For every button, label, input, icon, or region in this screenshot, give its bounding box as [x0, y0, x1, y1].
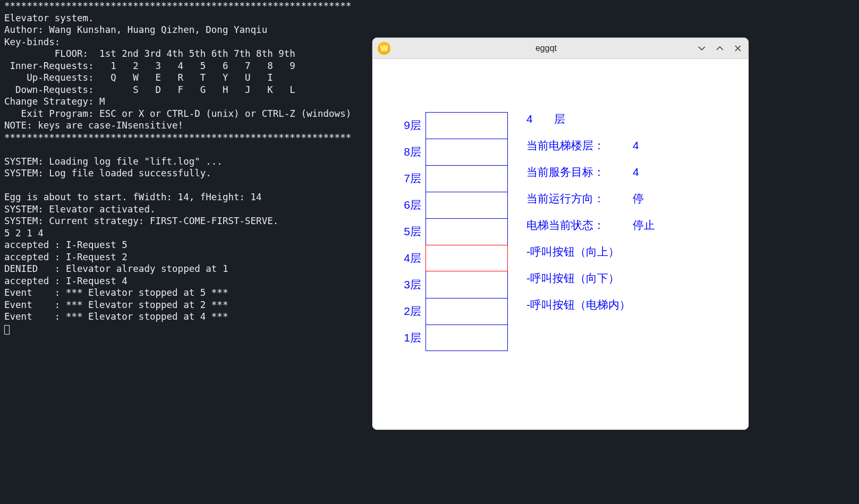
status-label: 当前运行方向：: [526, 191, 633, 206]
status-target: 当前服务目标： 4: [526, 165, 665, 179]
terminal-cursor: [4, 325, 10, 335]
status-value: 4: [633, 139, 665, 152]
status-current-floor: 当前电梯楼层： 4: [526, 139, 665, 152]
floor-cell-4-current[interactable]: [426, 245, 508, 271]
floor-cell-9[interactable]: [426, 112, 508, 139]
button-legend: -呼叫按钮（电梯内）: [526, 297, 633, 312]
status-label: 当前服务目标：: [526, 165, 633, 180]
elevator-shaft: 9层 8层 7层 6层 5层 4层: [399, 112, 508, 351]
call-button-inner-label: -呼叫按钮（电梯内）: [526, 298, 665, 312]
floor-cell-8[interactable]: [426, 139, 508, 165]
status-value: 停止: [633, 218, 665, 233]
terminal-log-1: SYSTEM: Loading log file "lift.log" ...: [4, 156, 223, 167]
close-icon: [734, 44, 742, 53]
floor-cell-6[interactable]: [426, 192, 508, 218]
floor-row-8: 8层: [399, 139, 508, 165]
call-button-up-label: -呼叫按钮（向上）: [526, 245, 665, 259]
status-state: 电梯当前状态： 停止: [526, 218, 665, 232]
display-floor-unit: 层: [554, 112, 586, 126]
terminal-floor-header: FLOOR: 1st 2nd 3rd 4th 5th 6th 7th 8th 9…: [4, 48, 295, 59]
terminal-log-7: 5 2 1 4: [4, 228, 44, 238]
terminal-exit: Exit Program: ESC or X or CTRL-D (unix) …: [4, 108, 351, 119]
status-label: 当前电梯楼层：: [526, 138, 633, 153]
floor-label: 2层: [399, 304, 426, 319]
floor-row-7: 7层: [399, 165, 508, 192]
button-legend: -呼叫按钮（向下）: [526, 271, 633, 286]
terminal-log-14: Event : *** Elevator stopped at 4 ***: [4, 311, 228, 322]
status-value: 停: [633, 191, 665, 206]
floor-row-3: 3层: [399, 271, 508, 298]
floor-cell-5[interactable]: [426, 218, 508, 245]
terminal-log-4: Egg is about to start. fWidth: 14, fHeig…: [4, 192, 262, 202]
floor-label: 8层: [399, 144, 426, 159]
status-value: 4: [633, 166, 665, 178]
terminal-down-requests: Down-Requests: S D F G H J K L: [4, 84, 295, 95]
terminal-keybinds-label: Key-binds:: [4, 37, 60, 47]
terminal-log-12: Event : *** Elevator stopped at 5 ***: [4, 287, 228, 298]
window-titlebar[interactable]: W eggqt: [372, 38, 749, 59]
close-button[interactable]: [733, 43, 743, 54]
chevron-up-icon: [716, 44, 724, 53]
floor-label: 1层: [399, 330, 426, 345]
terminal-output[interactable]: ****************************************…: [0, 0, 372, 335]
floor-cell-1[interactable]: [426, 324, 508, 351]
status-label: 电梯当前状态：: [526, 218, 633, 233]
terminal-separator-top: ****************************************…: [4, 1, 351, 11]
minimize-button[interactable]: [696, 43, 707, 54]
button-legend: -呼叫按钮（向上）: [526, 244, 633, 259]
floor-cell-2[interactable]: [426, 298, 508, 324]
terminal-log-13: Event : *** Elevator stopped at 2 ***: [4, 300, 228, 310]
floor-cell-7[interactable]: [426, 165, 508, 192]
terminal-log-8: accepted : I-Request 5: [4, 240, 127, 250]
terminal-log-6: SYSTEM: Current strategy: FIRST-COME-FIR…: [4, 216, 278, 226]
display-floor-number: 4: [526, 113, 533, 125]
terminal-author: Author: Wang Kunshan, Huang Qizhen, Dong…: [4, 24, 267, 35]
floor-row-6: 6层: [399, 192, 508, 218]
floor-cell-3[interactable]: [426, 271, 508, 298]
terminal-log-2: SYSTEM: Log file loaded successfully.: [4, 168, 211, 178]
floor-row-2: 2层: [399, 298, 508, 324]
chevron-down-icon: [698, 44, 706, 53]
window-title: eggqt: [396, 44, 696, 53]
terminal-log-11: accepted : I-Request 4: [4, 276, 127, 286]
terminal-separator-bottom: ****************************************…: [4, 132, 351, 143]
floor-label: 6层: [399, 198, 426, 212]
terminal-log-5: SYSTEM: Elevator activated.: [4, 204, 155, 215]
terminal-log-10: DENIED : Elevator already stopped at 1: [4, 263, 228, 274]
maximize-button[interactable]: [715, 43, 725, 54]
status-panel: 4 层 当前电梯楼层： 4 当前服务目标： 4 当前运行方向： 停 电梯当前状态…: [526, 112, 665, 324]
terminal-log-9: accepted : I-Request 2: [4, 252, 127, 262]
floor-label: 5层: [399, 224, 426, 239]
floor-label: 9层: [399, 118, 426, 133]
terminal-note: NOTE: keys are case-INsensitive!: [4, 120, 183, 131]
terminal-inner-requests: Inner-Requests: 1 2 3 4 5 6 7 8 9: [4, 61, 295, 71]
floor-row-1: 1层: [399, 324, 508, 351]
status-direction: 当前运行方向： 停: [526, 192, 665, 206]
terminal-title: Elevator system.: [4, 13, 94, 23]
floor-row-5: 5层: [399, 218, 508, 245]
eggqt-window: W eggqt 9层 8层 7层: [372, 37, 749, 430]
gui-canvas: 9层 8层 7层 6层 5层 4层: [372, 59, 749, 430]
app-icon: W: [378, 42, 390, 55]
terminal-up-requests: Up-Requests: Q W E R T Y U I: [4, 72, 273, 83]
call-button-down-label: -呼叫按钮（向下）: [526, 271, 665, 285]
floor-label: 4层: [399, 251, 426, 266]
floor-label: 3层: [399, 277, 426, 292]
terminal-strategy: Change Strategy: M: [4, 96, 105, 107]
floor-row-4: 4层: [399, 245, 508, 271]
floor-row-9: 9层: [399, 112, 508, 139]
display-floor-indicator: 4 层: [526, 112, 665, 126]
floor-label: 7层: [399, 171, 426, 186]
